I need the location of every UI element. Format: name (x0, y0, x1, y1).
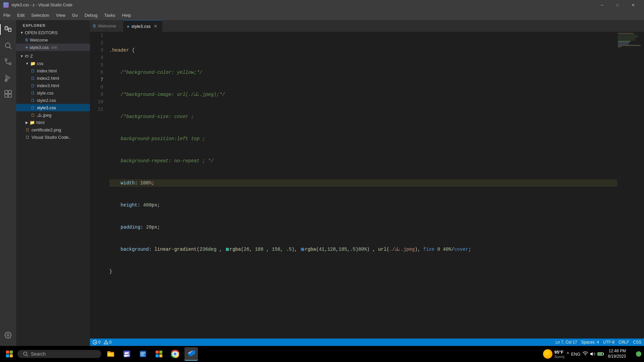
extensions-icon[interactable] (0, 86, 16, 102)
show-desktop[interactable] (630, 347, 634, 361)
svg-rect-41 (159, 354, 162, 357)
open-editor-welcome[interactable]: ⎘ Welcome (16, 36, 90, 44)
open-editor-style3[interactable]: ● style3.css css (16, 44, 90, 51)
error-count[interactable]: ✕ 0 ! 0 (93, 340, 111, 345)
welcome-tab-icon: ⎘ (25, 38, 28, 43)
file-style2-css[interactable]: 🗋 style2.css (16, 97, 90, 104)
menu-selection[interactable]: Selection (28, 11, 52, 19)
file-index2-html[interactable]: 🗋 index2.html (16, 74, 90, 82)
system-tray[interactable]: ^ (567, 351, 569, 357)
search-label: Search (31, 351, 46, 357)
css-folder-arrow: ▼ (25, 62, 29, 65)
main-area: EXPLORER ▼ OPEN EDITORS ⎘ Welcome ● styl… (0, 20, 644, 346)
svg-text:!: ! (106, 341, 106, 344)
file-index-html[interactable]: 🗋 index.html (16, 67, 90, 74)
condition: Sunny (554, 355, 565, 359)
html-file-icon: 🗋 (31, 68, 35, 73)
activity-bar (0, 20, 16, 346)
menu-edit[interactable]: Edit (14, 11, 28, 19)
vscode-taskbar[interactable] (184, 347, 198, 361)
svg-rect-0 (5, 26, 8, 30)
close-button[interactable]: ✕ (625, 0, 641, 10)
chrome-taskbar[interactable] (168, 347, 182, 361)
menu-view[interactable]: View (53, 11, 69, 19)
explorer-icon[interactable] (0, 21, 16, 38)
code-editor[interactable]: .header { /*background-color: yellow;*/ … (107, 32, 617, 339)
taskbar-search[interactable]: Search (17, 350, 101, 358)
root-folder-group[interactable]: ▼ 🗁 Z (16, 52, 90, 60)
svg-point-31 (125, 352, 127, 355)
svg-rect-48 (598, 353, 602, 355)
tab-close-style3[interactable]: ✕ (153, 23, 159, 29)
line-ending[interactable]: CRLF (619, 340, 629, 345)
menu-go[interactable]: Go (69, 11, 81, 19)
code-line-11: } (109, 268, 617, 275)
file-explorer-taskbar[interactable] (104, 347, 117, 361)
open-editors-group[interactable]: ▼ OPEN EDITORS (16, 29, 90, 36)
html-folder-icon2: 📁 (30, 120, 35, 125)
code-line-3: /*background-image: url(./نك.jpeg);*/ (109, 91, 617, 98)
html-folder[interactable]: ▶ 📁 html (16, 119, 90, 126)
indentation[interactable]: Spaces: 4 (581, 340, 599, 345)
image-file-icon: 🗋 (31, 113, 35, 118)
tab-style3-label: style3.css (131, 24, 151, 29)
language-mode[interactable]: CSS (633, 340, 641, 345)
store-taskbar[interactable] (152, 347, 166, 361)
cursor-position[interactable]: Ln 7, Col 17 (555, 340, 577, 345)
taskbar-apps (104, 347, 198, 361)
file-style-css[interactable]: 🗋 style.css (16, 89, 90, 97)
svg-rect-37 (141, 355, 145, 356)
svg-rect-19 (10, 351, 13, 354)
warning-num: 0 (109, 340, 112, 345)
file-vscode[interactable]: 🗋 Visual Studio Code.. (16, 133, 90, 141)
tab-welcome[interactable]: ⎘ Welcome (90, 20, 123, 32)
run-debug-icon[interactable] (0, 70, 16, 86)
file-style3-css[interactable]: 🗋 style3.css (16, 104, 90, 111)
source-control-icon[interactable] (0, 54, 16, 70)
code-line-4: /*background-size: cover ; (109, 113, 617, 120)
minimap (617, 32, 644, 339)
file-certificate[interactable]: 🗋 certificate2.png (16, 126, 90, 133)
svg-point-14 (7, 334, 9, 336)
teams-taskbar[interactable] (120, 347, 133, 361)
css-file-icon3: 🗋 (31, 105, 35, 110)
menu-bar: File Edit Selection View Go Debug Tasks … (0, 10, 644, 20)
sidebar-header: EXPLORER (16, 20, 90, 29)
editor-area: ⎘ Welcome ● style3.css ✕ 1 2 3 4 5 6 7 8… (90, 20, 644, 346)
code-line-6: background-repeat: no-repeat ; */ (109, 157, 617, 165)
weather-widget[interactable]: 95°F Sunny (543, 349, 565, 359)
file-index3-html[interactable]: 🗋 index3.html (16, 82, 90, 89)
search-activity-icon[interactable] (0, 38, 16, 54)
tab-style3css[interactable]: ● style3.css ✕ (123, 20, 162, 32)
svg-point-30 (127, 352, 129, 354)
show-hidden-icon[interactable]: ^ (567, 351, 569, 357)
menu-file[interactable]: File (0, 11, 14, 19)
welcome-icon: ⎘ (93, 23, 96, 28)
file-nak-jpeg[interactable]: 🗋 نك.jpeg (16, 111, 90, 119)
svg-rect-1 (8, 28, 11, 32)
maximize-button[interactable]: □ (610, 0, 625, 10)
svg-rect-35 (141, 353, 145, 353)
svg-rect-40 (156, 354, 159, 357)
clock[interactable]: 12:48 PM 8/19/2023 (606, 349, 628, 359)
code-line-10: background: linear-gradient(236deg , rgb… (109, 246, 617, 253)
notification-area: ENG (571, 351, 604, 357)
code-line-5: background-position:left top ; (109, 135, 617, 142)
css-folder[interactable]: ▼ 📁 css (16, 60, 90, 67)
menu-tasks[interactable]: Tasks (101, 11, 118, 19)
svg-rect-21 (10, 354, 13, 357)
menu-debug[interactable]: Debug (81, 11, 101, 19)
tab-welcome-label: Welcome (98, 23, 116, 28)
menu-help[interactable]: Help (119, 11, 135, 19)
encoding[interactable]: UTF-8 (603, 340, 614, 345)
root-folder-icon: 🗁 (25, 54, 29, 58)
svg-rect-28 (108, 354, 111, 355)
explorer-taskbar[interactable] (136, 347, 150, 361)
volume-icon (590, 351, 595, 357)
title-bar: style3.css - z - Visual Studio Code ─ □ … (0, 0, 644, 10)
svg-point-22 (23, 352, 27, 355)
start-button[interactable] (3, 347, 16, 361)
lang-indicator[interactable]: ENG (571, 352, 580, 357)
minimize-button[interactable]: ─ (594, 0, 610, 10)
settings-icon[interactable] (0, 327, 16, 343)
